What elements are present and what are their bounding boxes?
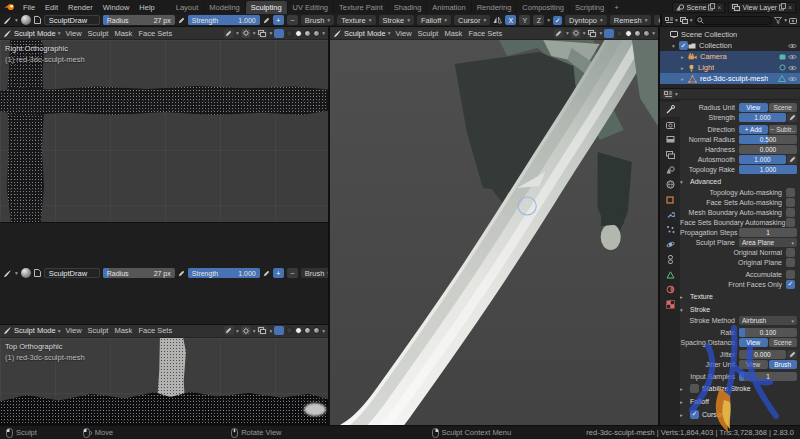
original-normal-checkbox[interactable] xyxy=(786,248,795,257)
overlays-icon[interactable] xyxy=(587,29,597,38)
stroke-method-dropdown[interactable]: Airbrush xyxy=(739,316,797,325)
viewport-menu-view[interactable]: View xyxy=(64,326,82,335)
outliner-search-input[interactable] xyxy=(695,16,773,25)
panel-header-stabilize-stroke[interactable]: ▸Stabilize Stroke xyxy=(680,383,797,394)
workspace-tab-layout[interactable]: Layout xyxy=(171,1,205,14)
overlays-icon[interactable] xyxy=(257,29,267,38)
strength-slider[interactable]: Strength1.000 xyxy=(188,268,260,278)
xray-toggle[interactable] xyxy=(274,29,284,38)
spacing-distance-option-scene[interactable]: Scene xyxy=(769,338,798,347)
properties-tab-tool[interactable] xyxy=(660,102,680,117)
main-3d-viewport-canvas[interactable] xyxy=(330,40,658,425)
expand-arrow-icon[interactable]: ▸ xyxy=(681,54,688,60)
visibility-eye-icon[interactable] xyxy=(788,76,797,82)
viewport-menu-mask[interactable]: Mask xyxy=(443,29,463,38)
shading-solid-icon[interactable] xyxy=(625,30,632,37)
viewport-menu-view[interactable]: View xyxy=(64,29,82,38)
brush-options-icon[interactable] xyxy=(554,29,564,38)
outliner-row-scene-collection[interactable]: Scene Collection xyxy=(660,29,800,40)
panel-header-cursor[interactable]: ▸Cursor xyxy=(680,409,797,420)
view-layer-selector[interactable]: View Layer× xyxy=(728,2,796,13)
shading-wireframe-icon[interactable] xyxy=(616,30,623,37)
propagation-steps-slider[interactable]: 1 xyxy=(739,228,797,237)
symmetry-y-toggle[interactable]: Y xyxy=(519,15,530,25)
visibility-eye-icon[interactable] xyxy=(788,65,797,71)
workspace-tab-rendering[interactable]: Rendering xyxy=(472,1,518,14)
shading-material-preview-icon[interactable] xyxy=(634,30,641,37)
menu-edit[interactable]: Edit xyxy=(41,2,62,13)
mode-selector[interactable]: Sculpt Mode▾ xyxy=(3,326,60,335)
panel-header-advanced[interactable]: ▾Advanced xyxy=(680,176,797,187)
radius-unit-option-view[interactable]: View xyxy=(739,103,768,112)
popover-brush[interactable]: Brush xyxy=(301,268,328,278)
strength-pressure-icon[interactable] xyxy=(263,270,270,277)
face-sets-boundary-automasking-checkbox[interactable] xyxy=(786,218,795,227)
menu-file[interactable]: File xyxy=(19,2,39,13)
menu-window[interactable]: Window xyxy=(99,2,134,13)
input-samples-slider[interactable]: 1 xyxy=(739,372,797,381)
gizmos-icon[interactable] xyxy=(571,29,581,38)
overlays-icon[interactable] xyxy=(257,326,267,335)
visibility-eye-icon[interactable] xyxy=(788,43,797,49)
unlink-scene-button[interactable]: × xyxy=(717,4,721,11)
mesh-boundary-auto-masking-checkbox[interactable] xyxy=(786,208,795,217)
direction-add-button[interactable]: + xyxy=(273,15,284,25)
popover-cursor[interactable]: Cursor xyxy=(454,15,490,25)
strength-pressure-icon[interactable] xyxy=(263,17,270,24)
funnel-filter-icon[interactable] xyxy=(774,17,782,24)
normal-radius-slider[interactable]: 0.500 xyxy=(739,135,797,144)
jitter-unit-option-view[interactable]: View xyxy=(739,360,768,369)
workspace-tab-animation[interactable]: Animation xyxy=(427,1,471,14)
viewport-menu-view[interactable]: View xyxy=(394,29,412,38)
face-sets-auto-masking-checkbox[interactable] xyxy=(786,198,795,207)
expand-arrow-icon[interactable]: ▸ xyxy=(681,76,688,82)
radius-pressure-icon[interactable] xyxy=(178,270,185,277)
properties-tab-view-layer[interactable] xyxy=(660,147,680,162)
original-plane-checkbox[interactable] xyxy=(786,258,795,267)
workspace-tab-scripting[interactable]: Scripting xyxy=(570,1,610,14)
rate-slider[interactable]: 0.100 xyxy=(739,328,797,337)
gizmos-icon[interactable] xyxy=(241,326,251,335)
panel-header-stroke[interactable]: ▾Stroke xyxy=(680,304,797,315)
stabilize-stroke-checkbox[interactable] xyxy=(690,384,699,393)
viewport-menu-face-sets[interactable]: Face Sets xyxy=(137,29,173,38)
radius-unit-option-scene[interactable]: Scene xyxy=(769,103,798,112)
properties-tab-texture[interactable] xyxy=(660,297,680,312)
hardness-slider[interactable]: 0.000 xyxy=(739,145,797,154)
shading-rendered-icon[interactable] xyxy=(643,30,650,37)
autosmooth-pressure-button[interactable] xyxy=(787,155,797,164)
direction-option-add[interactable]: + Add xyxy=(739,125,768,134)
expand-arrow-icon[interactable]: ▸ xyxy=(681,65,688,71)
active-tool-icon[interactable] xyxy=(3,269,12,278)
remove-view-layer-button[interactable]: × xyxy=(788,4,792,11)
properties-tab-physics[interactable] xyxy=(660,237,680,252)
new-view-layer-icon[interactable] xyxy=(779,3,786,11)
brush-preview-sphere[interactable] xyxy=(21,15,31,25)
scene-selector[interactable]: Scene× xyxy=(672,2,725,13)
workspace-tab-shading[interactable]: Shading xyxy=(389,1,428,14)
popover-brush[interactable]: Brush xyxy=(301,15,334,25)
shading-material-preview-icon[interactable] xyxy=(304,327,311,334)
workspace-tab-sculpting[interactable]: Sculpting xyxy=(246,1,288,14)
panel-header-texture[interactable]: ▸Texture xyxy=(680,291,797,302)
properties-tab-modifiers[interactable] xyxy=(660,207,680,222)
popover-dyntopo[interactable]: Dyntopo xyxy=(565,15,607,25)
properties-tab-world[interactable] xyxy=(660,177,680,192)
brush-name-field[interactable]: SculptDraw xyxy=(44,268,100,278)
popover-texture[interactable]: Texture xyxy=(337,15,375,25)
outliner-display-mode-icon[interactable] xyxy=(665,17,673,24)
viewport-menu-sculpt[interactable]: Sculpt xyxy=(87,326,110,335)
properties-tab-constraints[interactable] xyxy=(660,252,680,267)
viewport-menu-face-sets[interactable]: Face Sets xyxy=(137,326,173,335)
dyntopo-checkbox[interactable] xyxy=(553,16,562,25)
jitter-unit-option-brush[interactable]: Brush xyxy=(769,360,798,369)
brush-datablock-icon[interactable] xyxy=(34,269,41,277)
direction-subtract-button[interactable]: − xyxy=(287,15,298,25)
workspace-tab-compositing[interactable]: Compositing xyxy=(517,1,570,14)
shading-wireframe-icon[interactable] xyxy=(286,30,293,37)
shading-wireframe-icon[interactable] xyxy=(286,327,293,334)
new-scene-icon[interactable] xyxy=(708,3,715,11)
gizmos-icon[interactable] xyxy=(241,29,251,38)
panel-header-falloff[interactable]: ▸Falloff xyxy=(680,396,797,407)
brush-name-field[interactable]: SculptDraw xyxy=(44,15,100,25)
